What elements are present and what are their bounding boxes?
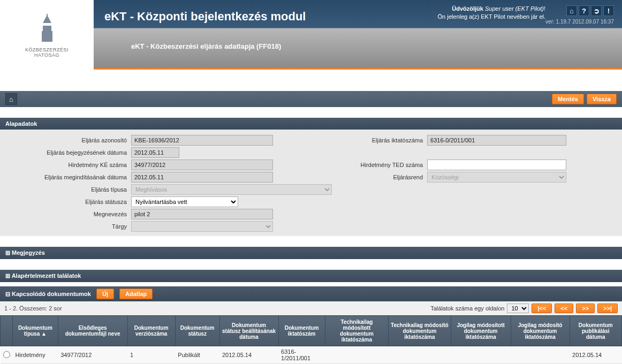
cell-status: Publikált [175,346,219,364]
cell-iktato: 6316-1/2011/001 [278,346,325,364]
input-megindit-datum [131,172,273,183]
input-eljaras-iktatoszam [427,135,566,146]
nav-first[interactable]: |<< [532,304,552,313]
docs-label[interactable]: Kapcsolódó dokumentumok [5,291,91,298]
section-alapadatok: Alapadatok [0,118,622,130]
nav-prev[interactable]: << [555,304,573,313]
section-megjegyzes[interactable]: Megjegyzés [0,247,622,259]
table-row: Hirdetmény34977/20121Publikált2012.05.14… [1,346,622,364]
svg-rect-4 [47,14,48,17]
select-eljaras-statusza[interactable]: Nyilvántartásba vett [131,196,238,207]
section-docs: Kapcsolódó dokumentumok Új Adatlap [0,286,622,301]
label-megnevezes: Megnevezés [5,211,131,217]
select-eljarasrend: Közösségi [427,172,566,183]
docs-table: Dokumentum típusa ▲ Elsődleges dokumentu… [0,315,622,364]
label-eljaras-tipusa: Eljárás típusa [5,186,131,193]
col-iktato[interactable]: Dokumentum iktatószám [278,316,325,346]
page-size-select[interactable]: 10 [507,304,529,313]
svg-rect-1 [43,26,51,31]
label-megindit-datum: Eljárás megindításának dátuma [5,174,131,180]
cell-tipus: Hirdetmény [13,346,58,364]
table-controls: 1 - 2. Összesen: 2 sor Találatok száma e… [0,301,622,315]
col-pub-date[interactable]: Dokumentum publikálási dátuma [570,316,621,346]
col-ver[interactable]: Dokumentum verziószáma [127,316,175,346]
nav-next[interactable]: >> [576,304,595,313]
cell-jog-ed [451,346,511,364]
input-eljaras-azonosito [131,135,273,146]
col-tech-ed[interactable]: Technikailag módosított dokumentum iktat… [325,316,388,346]
col-jog-ed[interactable]: Jogilag módosított dokumentum iktatószám… [451,316,511,346]
home-icon[interactable]: ⌂ [566,5,577,16]
input-hirdetmeny-ke [131,160,273,170]
label-bejegyzes-datum: Eljárás bejegyzésének dátuma [5,149,131,156]
nav-last[interactable]: >>| [597,304,618,313]
save-button[interactable]: Mentés [552,94,584,104]
back-button[interactable]: Vissza [587,94,617,104]
col-jog-ing[interactable]: Jogilag módosító dokumentum iktatószáma [511,316,570,346]
cell-tech-ed [325,346,388,364]
input-bejegyzes-datum [131,147,179,158]
select-eljaras-tipusa: Meghívásos [131,184,332,195]
svg-point-3 [46,19,48,21]
version-text: ver: 1.19.7 2012.09.07 16:37 [545,19,614,25]
col-tech-ing[interactable]: Technikailag módosító dokumentum iktatós… [389,316,451,346]
header-right: Üdvözöljük Super user (EKT Pilot)! Ön je… [438,5,614,25]
alert-icon[interactable]: ! [603,5,614,16]
cell-ver: 1 [127,346,175,364]
col-status-date[interactable]: Dokumentum státusz beállításának dátuma [219,316,278,346]
label-hirdetmeny-ted: Hirdetmény TED száma [342,162,427,168]
label-targy: Tárgy [5,223,131,230]
col-fajl[interactable]: Elsődleges dokumentumfájl neve [58,316,127,346]
logout-icon[interactable]: ➲ [591,5,602,16]
cell-jog-ing [511,346,570,364]
section-alapertelmezett[interactable]: Alapértelmezett találatok [0,270,622,282]
welcome-line: Üdvözöljük Super user (EKT Pilot)! [438,5,546,12]
row-select-radio[interactable] [3,351,10,358]
label-eljaras-statusza: Eljárás státusza [5,199,131,205]
new-doc-button[interactable]: Új [96,289,114,299]
col-status[interactable]: Dokumentum státusz [175,316,219,346]
svg-rect-0 [42,31,52,42]
select-targy [131,221,273,232]
label-hirdetmeny-ke: Hirdetmény KÉ száma [5,162,131,168]
col-tipus[interactable]: Dokumentum típusa ▲ [13,316,58,346]
label-eljarasrend: Eljárásrend [342,174,427,180]
impersonation-line: Ön jelenleg a(z) EKT Pilot nevében jár e… [438,13,546,20]
page-title: eKT - Közbeszerzési eljárás adatlapja (F… [94,24,622,50]
page-size-label: Találatok száma egy oldalon [430,305,504,312]
toolbar: ⌂ Mentés Vissza [0,91,622,107]
building-logo-icon [31,12,63,44]
cell-tech-ing [389,346,451,364]
row-count: 1 - 2. Összesen: 2 sor [4,305,62,312]
label-eljaras-iktatoszam: Eljárás iktatószáma [342,137,427,143]
form-body: Eljárás azonosító Eljárás iktatószáma El… [0,130,622,236]
header-main: eKT - Központi bejelentkezés modul eKT -… [94,0,622,70]
input-hirdetmeny-ted[interactable] [427,160,566,170]
label-eljaras-azonosito: Eljárás azonosító [5,137,131,143]
logo-area: KÖZBESZERZÉSI HATÓSÁG [0,0,94,70]
details-doc-button[interactable]: Adatlap [119,289,153,299]
input-megnevezes [131,209,273,219]
cell-status-date: 2012.05.14 [219,346,278,364]
home-button[interactable]: ⌂ [5,93,17,105]
col-select [1,316,13,346]
cell-fajl: 34977/2012 [58,346,127,364]
logo-text: KÖZBESZERZÉSI HATÓSÁG [25,47,69,58]
cell-pub-date: 2012.05.14 [570,346,621,364]
app-header: KÖZBESZERZÉSI HATÓSÁG eKT - Központi bej… [0,0,622,70]
help-icon[interactable]: ? [579,5,589,16]
